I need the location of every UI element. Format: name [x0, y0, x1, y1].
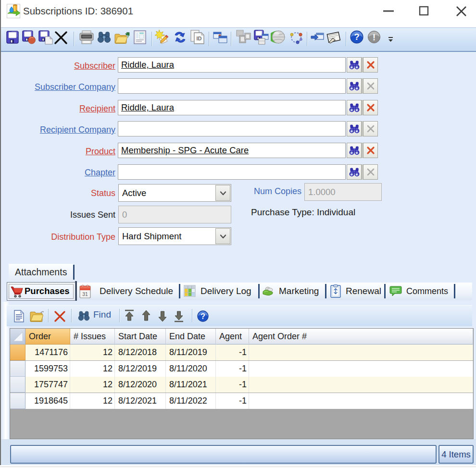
- svg-text:!: !: [373, 33, 376, 42]
- svg-text:ID: ID: [197, 36, 202, 41]
- svg-text:31: 31: [82, 291, 88, 297]
